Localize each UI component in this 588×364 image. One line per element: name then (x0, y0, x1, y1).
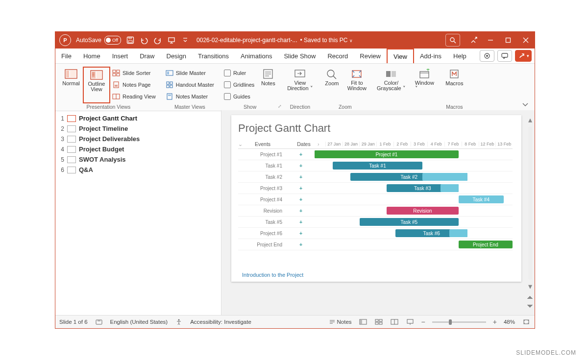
reading-view-button[interactable]: Reading View (110, 91, 158, 102)
save-icon[interactable] (126, 36, 135, 45)
show-dialog-launcher-icon[interactable]: ⤢ (278, 104, 282, 109)
notes-page-button[interactable]: Notes Page (110, 79, 158, 90)
watermark: SLIDEMODEL.COM (516, 349, 576, 356)
slide-counter[interactable]: Slide 1 of 6 (59, 319, 88, 325)
slide-thumb-icon (67, 146, 76, 153)
maximize-button[interactable] (499, 32, 517, 49)
tab-insert[interactable]: Insert (106, 49, 134, 63)
macros-button[interactable]: Macros (442, 67, 466, 103)
document-title[interactable]: 0026-02-editable-project-gantt-chart-... (196, 37, 297, 44)
outline-item[interactable]: 3Project Deliverables (57, 134, 219, 144)
outline-view-button[interactable]: OutlineView (83, 67, 110, 103)
expand-icon[interactable]: + (287, 208, 315, 214)
qat-more-icon[interactable] (181, 36, 190, 45)
tab-draw[interactable]: Draw (134, 49, 160, 63)
svg-point-14 (486, 55, 488, 57)
tab-animations[interactable]: Animations (235, 49, 278, 63)
slide-master-button[interactable]: Slide Master (164, 68, 216, 78)
fit-status-icon[interactable] (522, 318, 531, 325)
svg-point-58 (178, 319, 180, 321)
tab-help[interactable]: Help (447, 49, 472, 63)
notes-master-button[interactable]: Notes Master (164, 91, 216, 102)
guides-checkbox[interactable]: Guides (222, 91, 256, 102)
autosave-toggle[interactable]: AutoSave Off (76, 36, 121, 45)
tab-transitions[interactable]: Transitions (192, 49, 235, 63)
svg-rect-27 (113, 73, 116, 76)
sorter-view-status-icon[interactable] (374, 318, 383, 325)
present-icon[interactable] (167, 36, 176, 45)
vertical-scrollbar[interactable]: ▴ ▾ ⏶ ⏷ (527, 115, 534, 311)
handout-master-button[interactable]: Handout Master (164, 79, 216, 90)
tab-design[interactable]: Design (161, 49, 192, 63)
comments-button[interactable] (497, 50, 512, 62)
tab-add-ins[interactable]: Add-ins (414, 49, 447, 63)
slide-canvas[interactable]: Project Gantt Chart ⌄ Events Dates › 27 … (221, 110, 535, 315)
save-status[interactable]: • Saved to this PC ∨ (300, 37, 353, 44)
tab-slide-show[interactable]: Slide Show (278, 49, 321, 63)
gridlines-checkbox[interactable]: Gridlines (222, 79, 256, 90)
collapse-ribbon-icon[interactable] (522, 102, 529, 108)
redo-icon[interactable] (153, 36, 162, 45)
minimize-button[interactable] (482, 32, 499, 49)
outline-item[interactable]: 2Project Timeline (57, 123, 219, 134)
notes-button[interactable]: Notes (256, 67, 280, 103)
expand-icon[interactable]: + (287, 219, 315, 225)
reading-view-status-icon[interactable] (390, 318, 399, 325)
slide-thumb-icon (67, 115, 76, 122)
prev-slide-icon[interactable]: ⏶ (526, 293, 534, 302)
normal-view-button[interactable]: Normal (59, 67, 83, 103)
zoom-in-button[interactable]: + (493, 318, 497, 326)
accessibility-icon[interactable] (174, 318, 183, 325)
gantt-chart: ⌄ Events Dates › 27 Jan28 Jan29 Jan1 Feb… (238, 140, 513, 250)
tab-home[interactable]: Home (77, 49, 106, 63)
ribbon-view: Normal OutlineView Slide Sorter Notes Pa… (55, 64, 535, 111)
tab-file[interactable]: File (55, 49, 77, 63)
svg-rect-18 (70, 71, 76, 77)
tab-view[interactable]: View (387, 49, 414, 63)
expand-icon[interactable]: + (287, 196, 315, 202)
accessibility-label[interactable]: Accessibility: Investigate (190, 319, 251, 325)
outline-item[interactable]: 4Project Budget (57, 144, 219, 154)
svg-rect-37 (170, 82, 172, 84)
expand-icon[interactable]: + (287, 174, 315, 180)
chevron-down-icon[interactable]: ⌄ (238, 141, 246, 147)
normal-view-status-icon[interactable] (359, 318, 368, 325)
close-button[interactable] (517, 32, 535, 49)
expand-icon[interactable]: + (287, 185, 315, 191)
tab-review[interactable]: Review (354, 49, 387, 63)
language-icon[interactable] (95, 318, 103, 325)
share-button[interactable]: ▾ (515, 50, 532, 62)
slideshow-status-icon[interactable] (406, 318, 415, 325)
coming-soon-icon[interactable] (470, 36, 479, 45)
zoom-button[interactable]: Zoom (320, 67, 343, 103)
language-label[interactable]: English (United States) (110, 319, 168, 325)
color-grayscale-button[interactable]: Color/Grayscale ˅ (376, 67, 406, 109)
zoom-out-button[interactable]: − (421, 318, 425, 326)
ruler-checkbox[interactable]: Ruler (222, 68, 256, 78)
expand-icon[interactable]: + (287, 230, 315, 236)
search-button[interactable] (445, 34, 460, 47)
expand-icon[interactable]: + (287, 242, 315, 247)
outline-item[interactable]: 1Project Gantt Chart (57, 113, 219, 123)
expand-icon[interactable]: + (287, 151, 315, 157)
outline-item[interactable]: 5SWOT Analysis (57, 154, 219, 165)
tab-record[interactable]: Record (321, 49, 354, 63)
svg-rect-70 (407, 319, 413, 323)
outline-item[interactable]: 6Q&A (57, 165, 219, 175)
outline-pane[interactable]: 1Project Gantt Chart2Project Timeline3Pr… (55, 110, 221, 315)
undo-icon[interactable] (140, 36, 148, 45)
camera-button[interactable] (480, 50, 494, 62)
view-direction-button[interactable]: ViewDirection ˅ (286, 67, 314, 103)
notes-toggle[interactable]: Notes (329, 319, 352, 325)
zoom-slider[interactable] (432, 321, 486, 323)
expand-icon[interactable]: + (287, 163, 315, 169)
scroll-down-icon[interactable]: ▾ (528, 282, 532, 291)
slide-thumb-icon (67, 156, 76, 163)
window-button[interactable]: + Window˅ (412, 67, 437, 109)
slide-sorter-button[interactable]: Slide Sorter (110, 68, 158, 78)
fit-to-window-button[interactable]: Fit toWindow (343, 67, 370, 103)
next-slide-icon[interactable]: ⏷ (526, 302, 534, 311)
slide-thumb-icon (67, 167, 76, 173)
zoom-level[interactable]: 48% (504, 319, 515, 325)
scroll-up-icon[interactable]: ▴ (528, 115, 532, 124)
